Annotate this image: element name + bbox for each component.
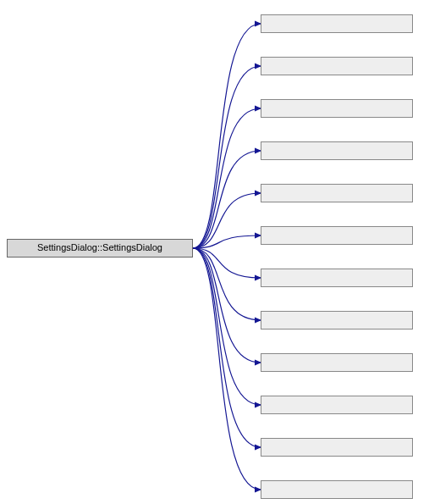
edge-4 bbox=[193, 193, 261, 248]
node-source[interactable]: SettingsDialog::SettingsDialog bbox=[7, 239, 193, 258]
edge-5 bbox=[193, 235, 261, 248]
edge-6 bbox=[193, 248, 261, 278]
node-target-2[interactable] bbox=[261, 99, 413, 118]
edge-10 bbox=[193, 248, 261, 447]
node-target-4[interactable] bbox=[261, 184, 413, 202]
node-target-7[interactable] bbox=[261, 311, 413, 330]
node-target-1[interactable] bbox=[261, 57, 413, 75]
call-graph-canvas: SettingsDialog::SettingsDialog bbox=[0, 0, 429, 504]
node-target-8[interactable] bbox=[261, 353, 413, 372]
node-source-label: SettingsDialog::SettingsDialog bbox=[37, 242, 162, 252]
edge-7 bbox=[193, 248, 261, 320]
node-target-5[interactable] bbox=[261, 226, 413, 245]
node-target-3[interactable] bbox=[261, 141, 413, 160]
node-target-0[interactable] bbox=[261, 14, 413, 33]
node-target-9[interactable] bbox=[261, 396, 413, 414]
node-target-10[interactable] bbox=[261, 438, 413, 457]
edge-8 bbox=[193, 248, 261, 363]
edge-1 bbox=[193, 66, 261, 248]
edge-9 bbox=[193, 248, 261, 405]
edge-2 bbox=[193, 108, 261, 248]
edge-0 bbox=[193, 24, 261, 248]
node-target-6[interactable] bbox=[261, 269, 413, 287]
edge-3 bbox=[193, 151, 261, 248]
node-target-11[interactable] bbox=[261, 480, 413, 499]
edge-11 bbox=[193, 248, 261, 490]
